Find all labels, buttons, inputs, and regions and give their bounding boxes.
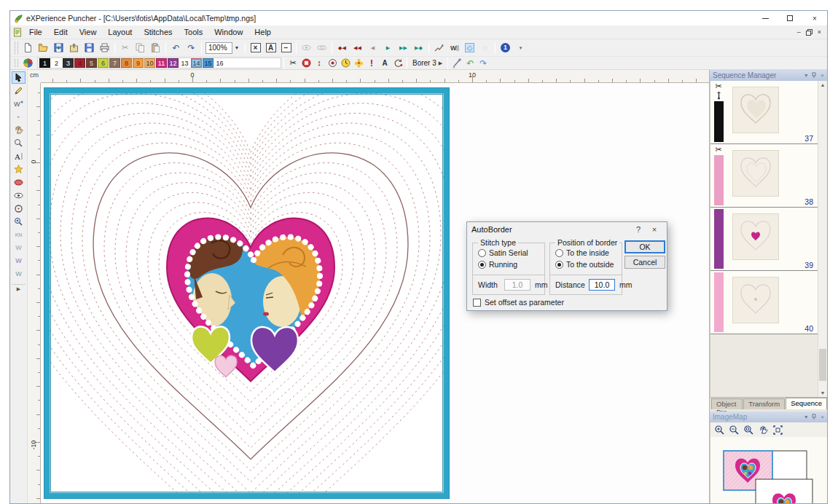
color-swatch-7[interactable]: 7	[109, 58, 120, 68]
clock-icon[interactable]	[340, 58, 351, 68]
nav-next-color-icon[interactable]: ▶▶	[396, 41, 410, 55]
menu-view[interactable]: View	[74, 26, 103, 38]
color-block-bar[interactable]	[714, 272, 724, 332]
mdi-restore-button[interactable]	[806, 29, 812, 36]
flower-icon[interactable]	[353, 58, 364, 68]
redraw-icon[interactable]: ◌	[478, 41, 492, 55]
color-swatch-3[interactable]: 3	[63, 58, 74, 68]
import-design-icon[interactable]	[52, 41, 66, 55]
nav-prev-color-icon[interactable]: ◀◀	[351, 41, 364, 55]
color-swatch-11[interactable]: 11	[156, 58, 167, 68]
prev-view-icon[interactable]	[299, 41, 313, 55]
menu-tools[interactable]: Tools	[179, 26, 209, 38]
menu-file[interactable]: File	[23, 26, 48, 38]
needle-selector[interactable]: Borer 3▶	[410, 59, 445, 67]
stitch-view-icon[interactable]: W	[447, 41, 461, 55]
fit-frame-icon[interactable]	[772, 424, 784, 436]
fit-width-icon[interactable]: −	[279, 41, 293, 55]
distance-input[interactable]	[589, 279, 615, 291]
sequence-entry-38[interactable]: ✂38	[710, 144, 818, 208]
color-swatch-13[interactable]: 13	[179, 58, 190, 68]
color-swatch-2[interactable]: 2	[51, 58, 62, 68]
magic-tool[interactable]	[12, 163, 26, 176]
color-swatch-1[interactable]: 1	[39, 58, 50, 68]
measure-icon[interactable]	[432, 41, 446, 55]
pan-hand-icon[interactable]	[757, 424, 770, 436]
color-swatch-4[interactable]: 4	[74, 58, 85, 68]
needle-dropdown-icon[interactable]: ▶	[439, 60, 442, 66]
eye-tool[interactable]	[12, 189, 26, 202]
mode-w2[interactable]: W	[12, 255, 26, 267]
color-swatch-5[interactable]: 5	[86, 58, 97, 68]
dock-tab-objectpro[interactable]: Object Pro...	[711, 398, 743, 409]
undo-green-icon[interactable]: ↶	[464, 58, 476, 68]
save-file-icon[interactable]	[82, 41, 96, 55]
ok-button[interactable]: OK	[624, 240, 665, 253]
trim-scissors-icon[interactable]: ✂	[287, 58, 299, 68]
fit-selection-icon[interactable]: A	[264, 41, 278, 55]
text-tool[interactable]: A	[12, 150, 26, 162]
zoom-in-icon[interactable]	[713, 424, 726, 436]
panel-pin-icon[interactable]	[811, 414, 817, 420]
zoom-out-icon[interactable]	[728, 424, 740, 436]
radio-to-inside[interactable]	[555, 249, 563, 257]
panel-pin-icon[interactable]	[811, 72, 817, 79]
zoom-select-tool[interactable]	[12, 137, 26, 149]
panel-menu-icon[interactable]: ▾	[804, 414, 807, 420]
needle-updown-icon[interactable]: ↕	[313, 58, 325, 68]
dialog-help-button[interactable]: ?	[630, 225, 646, 234]
zoom-level-combo[interactable]: 100%▼	[205, 42, 241, 54]
zoom-tool[interactable]	[12, 216, 26, 228]
color-swatch-16[interactable]: 16	[214, 58, 225, 68]
maximize-button[interactable]	[778, 11, 802, 25]
scroll-down-icon[interactable]: ▼	[818, 390, 827, 395]
fit-design-icon[interactable]: ×	[248, 41, 262, 55]
radio-to-outside[interactable]	[555, 261, 563, 269]
color-block-bar[interactable]	[714, 101, 724, 142]
copy-icon[interactable]	[133, 41, 147, 55]
close-button[interactable]: ×	[802, 11, 827, 25]
menu-help[interactable]: Help	[248, 26, 277, 38]
dock-tab-transform[interactable]: Transform	[743, 398, 785, 409]
needle-thread-icon[interactable]	[451, 58, 463, 68]
dock-tab-sequence[interactable]: Sequence ...	[786, 398, 827, 409]
open-file-icon[interactable]	[36, 41, 50, 55]
panel-menu-icon[interactable]: ▾	[804, 72, 807, 79]
color-swatch-10[interactable]: 10	[144, 58, 155, 68]
nav-last-icon[interactable]: ▶◆	[412, 41, 426, 55]
export-design-icon[interactable]	[67, 41, 81, 55]
color-swatch-15[interactable]: 15	[203, 58, 214, 68]
sequence-entry-39[interactable]: 39	[710, 208, 818, 271]
zoom-page-icon[interactable]	[743, 424, 755, 436]
next-view-icon[interactable]	[315, 41, 329, 55]
mdi-minimize-button[interactable]: –	[797, 28, 801, 36]
dialog-close-button[interactable]: ×	[646, 225, 662, 234]
color-swatch-6[interactable]: 6	[98, 58, 109, 68]
titlebar[interactable]: eXPerience Puncher - [C:\Users\fotis\App…	[10, 11, 827, 25]
palette-icon-icon[interactable]	[21, 56, 35, 70]
cut-icon[interactable]: ✂	[118, 41, 132, 55]
block-thumbnail[interactable]	[732, 213, 779, 260]
new-file-icon[interactable]	[21, 41, 35, 55]
toolbar-overflow-icon[interactable]: ▾	[514, 41, 528, 55]
sequence-entry-37[interactable]: ✂37	[710, 81, 818, 144]
mode-w3[interactable]: W	[12, 268, 26, 280]
pan-tool[interactable]	[12, 124, 26, 136]
cancel-button[interactable]: Cancel	[624, 256, 665, 269]
stop-icon[interactable]	[300, 58, 312, 68]
target-icon[interactable]	[326, 58, 338, 68]
zoom-dropdown-icon[interactable]: ▼	[232, 42, 241, 54]
stitch-edit-tool[interactable]: W	[12, 98, 26, 110]
oval-tool[interactable]	[12, 176, 26, 189]
nav-prev-icon[interactable]: ◀	[366, 41, 380, 55]
width-input[interactable]	[504, 279, 530, 291]
undo-icon[interactable]: ↶	[169, 41, 183, 55]
shape-3d-icon[interactable]: ◇	[463, 41, 477, 55]
radio-running[interactable]	[478, 261, 486, 269]
color-block-bar[interactable]	[714, 155, 724, 205]
offset-parameter-checkbox[interactable]	[473, 299, 481, 307]
redo-blue-icon[interactable]: ↷	[477, 58, 489, 68]
redo-icon[interactable]: ↷	[184, 41, 198, 55]
small-tool[interactable]: ▪	[12, 111, 26, 123]
nav-first-icon[interactable]: ◆◀	[335, 41, 349, 55]
